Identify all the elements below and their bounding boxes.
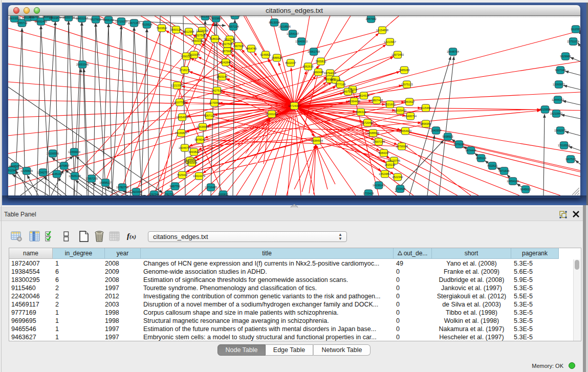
- svg-text:10973493: 10973493: [391, 53, 404, 56]
- svg-text:20364436: 20364436: [348, 100, 360, 103]
- svg-text:10653267: 10653267: [76, 17, 88, 20]
- svg-text:3660124: 3660124: [171, 28, 182, 31]
- svg-text:12923448: 12923448: [130, 190, 142, 193]
- svg-text:16648754: 16648754: [447, 50, 459, 53]
- svg-text:19495754: 19495754: [404, 115, 417, 118]
- svg-text:16958117: 16958117: [99, 181, 112, 184]
- svg-text:1527602: 1527602: [91, 18, 101, 21]
- svg-text:7625402: 7625402: [177, 173, 188, 177]
- svg-text:9329966: 9329966: [560, 55, 571, 58]
- svg-text:12156829: 12156829: [20, 169, 33, 172]
- svg-text:5433121: 5433121: [331, 78, 341, 81]
- svg-text:8322037: 8322037: [286, 61, 296, 64]
- svg-text:19654923: 19654923: [399, 129, 411, 133]
- svg-text:5938923: 5938923: [443, 135, 453, 138]
- svg-text:9084047: 9084047: [379, 151, 389, 155]
- svg-text:1167533: 1167533: [565, 158, 576, 161]
- svg-text:10688609: 10688609: [367, 132, 379, 135]
- svg-text:9457791: 9457791: [170, 185, 181, 188]
- svg-text:2887682: 2887682: [366, 17, 377, 20]
- svg-text:9463627: 9463627: [404, 100, 415, 103]
- svg-text:9154762: 9154762: [230, 16, 241, 17]
- svg-text:9317546: 9317546: [225, 38, 235, 41]
- svg-text:1640954: 1640954: [431, 129, 442, 132]
- svg-text:19033558: 19033558: [8, 17, 20, 20]
- svg-text:15720407: 15720407: [361, 121, 374, 124]
- svg-text:9427512: 9427512: [212, 89, 223, 92]
- svg-text:2935114: 2935114: [476, 157, 487, 160]
- svg-text:20206556: 20206556: [47, 152, 59, 155]
- svg-text:19384554: 19384554: [311, 139, 323, 142]
- svg-text:9777169: 9777169: [335, 83, 346, 86]
- svg-text:18055724: 18055724: [62, 16, 75, 19]
- svg-text:23420046: 23420046: [188, 53, 200, 56]
- svg-text:12505135: 12505135: [69, 174, 81, 178]
- svg-text:1695811: 1695811: [218, 193, 229, 195]
- svg-text:1292344: 1292344: [149, 193, 160, 195]
- svg-text:16210643: 16210643: [550, 112, 562, 115]
- svg-text:10807448: 10807448: [371, 99, 383, 102]
- svg-text:1890994: 1890994: [187, 161, 198, 164]
- svg-text:8454749: 8454749: [246, 47, 257, 50]
- svg-text:3975857: 3975857: [59, 164, 70, 167]
- svg-text:16046745: 16046745: [179, 146, 191, 149]
- svg-text:16961758: 16961758: [308, 50, 320, 53]
- svg-text:1733426: 1733426: [395, 187, 406, 190]
- svg-text:25300263: 25300263: [266, 113, 278, 116]
- svg-text:12359934: 12359934: [68, 150, 80, 154]
- svg-text:13716485: 13716485: [205, 186, 217, 189]
- svg-text:1145195: 1145195: [52, 172, 62, 176]
- svg-text:10719155: 10719155: [115, 20, 127, 23]
- svg-text:2091406: 2091406: [29, 16, 40, 18]
- svg-text:18907249: 18907249: [373, 140, 385, 143]
- svg-text:3875685: 3875685: [222, 50, 233, 53]
- svg-text:12975115: 12975115: [401, 83, 413, 86]
- svg-text:3624534: 3624534: [359, 94, 369, 97]
- svg-text:9327508: 9327508: [222, 42, 233, 46]
- svg-text:5878342: 5878342: [195, 138, 206, 141]
- svg-text:9327505: 9327505: [195, 34, 206, 37]
- svg-text:6896950: 6896950: [421, 122, 431, 125]
- svg-text:13524851: 13524851: [379, 172, 391, 176]
- svg-text:16033877: 16033877: [49, 16, 61, 19]
- svg-text:7663822: 7663822: [157, 27, 167, 30]
- svg-text:3911548: 3911548: [8, 169, 17, 172]
- svg-text:16782759: 16782759: [116, 186, 128, 189]
- svg-text:15692971: 15692971: [554, 129, 567, 132]
- svg-text:16914479: 16914479: [193, 174, 205, 178]
- svg-text:17016504: 17016504: [558, 144, 570, 147]
- svg-text:20691406: 20691406: [35, 20, 47, 23]
- svg-text:13640910: 13640910: [295, 40, 308, 43]
- svg-text:12342757: 12342757: [37, 171, 49, 174]
- svg-text:1733426: 1733426: [363, 192, 374, 195]
- svg-text:1615132: 1615132: [385, 163, 396, 166]
- svg-text:16033809: 16033809: [210, 17, 222, 20]
- svg-text:16120746: 16120746: [388, 159, 400, 162]
- svg-text:13226058: 13226058: [196, 29, 208, 32]
- svg-text:16154838: 16154838: [376, 29, 388, 32]
- svg-text:1112333: 1112333: [571, 28, 580, 31]
- svg-text:2967608: 2967608: [233, 45, 244, 48]
- svg-text:6466160: 6466160: [103, 18, 114, 21]
- svg-text:7357224: 7357224: [228, 25, 239, 28]
- svg-text:8186328: 8186328: [210, 37, 221, 40]
- svg-text:16543362: 16543362: [191, 39, 204, 42]
- svg-text:1782759: 1782759: [164, 193, 175, 195]
- svg-text:1170064: 1170064: [209, 101, 220, 104]
- svg-text:2522342: 2522342: [393, 176, 403, 179]
- svg-text:14136141: 14136141: [373, 184, 385, 187]
- svg-text:18435051: 18435051: [9, 165, 21, 168]
- svg-text:7986322: 7986322: [356, 111, 366, 114]
- svg-text:7632621: 7632621: [487, 164, 498, 167]
- svg-text:19166825: 19166825: [175, 132, 187, 135]
- svg-text:5912954: 5912954: [184, 30, 194, 33]
- svg-text:16107553: 16107553: [173, 101, 186, 104]
- svg-text:19654953: 19654953: [176, 116, 188, 119]
- svg-text:18724007: 18724007: [288, 104, 300, 107]
- svg-text:4055712: 4055712: [17, 21, 28, 25]
- svg-text:10654112: 10654112: [507, 180, 519, 183]
- svg-text:69794024: 69794024: [324, 72, 336, 75]
- svg-text:5493822: 5493822: [189, 150, 200, 154]
- svg-text:12213363: 12213363: [171, 84, 183, 87]
- svg-text:20053346: 20053346: [76, 63, 89, 66]
